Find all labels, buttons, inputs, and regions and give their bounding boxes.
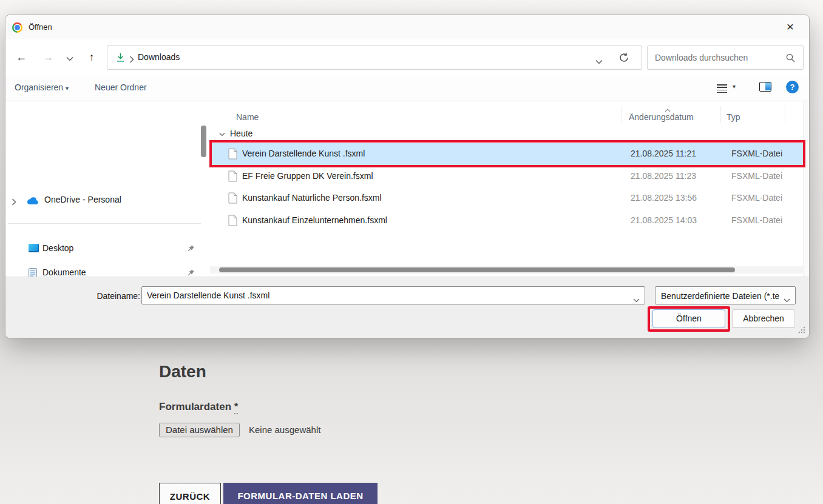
file-type: FSXML-Datei [731, 215, 782, 225]
new-folder-button[interactable]: Neuer Ordner [95, 82, 147, 92]
sidebar-item-desktop[interactable]: Desktop [5, 238, 201, 259]
file-icon [228, 170, 237, 184]
resize-grip[interactable] [798, 326, 805, 337]
file-date: 21.08.2025 14:03 [631, 215, 697, 225]
filetype-select[interactable]: Benutzerdefinierte Dateien (*.te [655, 286, 796, 304]
file-date: 21.08.2025 11:23 [631, 171, 696, 181]
filename-combobox [141, 286, 645, 304]
organize-caret-icon: ▾ [66, 85, 69, 92]
file-name: Kunstankauf Natürliche Person.fsxml [242, 193, 382, 203]
open-file-dialog: Öffnen × ← → ↑ Downloads [5, 15, 810, 338]
required-asterisk: * [234, 401, 239, 414]
file-row[interactable]: Kunstankauf Natürliche Person.fsxml 21.0… [210, 187, 803, 209]
column-separator[interactable] [785, 106, 785, 123]
view-options-caret-icon[interactable]: ▾ [733, 83, 736, 90]
column-header-type[interactable]: Typ [726, 112, 740, 122]
file-icon [228, 215, 237, 229]
recent-locations-chevron-icon[interactable] [66, 53, 73, 64]
breadcrumb[interactable]: Downloads [138, 52, 180, 62]
command-toolbar: Organisieren ▾ Neuer Ordner ▾ ? [5, 76, 809, 101]
onedrive-label: OneDrive - Personal [44, 195, 121, 204]
search-box [647, 45, 804, 70]
annotation-box-open-button [648, 306, 730, 332]
file-row[interactable]: Kunstankauf Einzelunternehmen.fsxml 21.0… [210, 210, 803, 232]
chrome-icon [12, 22, 22, 33]
dialog-title: Öffnen [29, 22, 52, 32]
dialog-footer: Dateiname: Benutzerdefinierte Dateien (*… [5, 277, 809, 338]
annotation-box-selected-row [209, 140, 805, 167]
address-bar[interactable]: Downloads [107, 45, 642, 70]
page-title: Daten [159, 362, 206, 381]
filetype-dropdown-chevron-icon [784, 294, 790, 304]
navigation-sidebar: OneDrive - Personal Desktop Dokumente [5, 101, 209, 277]
onedrive-cloud-icon [26, 197, 39, 207]
breadcrumb-chevron-icon [129, 55, 134, 66]
file-date: 21.08.2025 13:56 [631, 193, 697, 203]
group-label: Heute [230, 129, 252, 138]
choose-file-button[interactable]: Datei auswählen [159, 423, 240, 437]
filename-label: Dateiname: [92, 291, 140, 301]
file-type: FSXML-Datei [731, 171, 782, 181]
form-field-label: Formulardaten * [159, 401, 238, 413]
up-nav-button[interactable]: ↑ [83, 49, 100, 66]
organize-label: Organisieren [15, 82, 63, 92]
navigation-bar: ← → ↑ Downloads [5, 39, 809, 76]
filename-dropdown-chevron-icon[interactable] [633, 294, 640, 305]
expand-chevron-icon[interactable] [12, 197, 16, 208]
file-name: EF Freie Gruppen DK Verein.fsxml [242, 171, 373, 181]
sidebar-item-label: Desktop [42, 243, 73, 253]
file-list: Name Änderungsdatum Typ Heute Verein Dar… [210, 101, 810, 277]
address-dropdown-chevron-icon[interactable] [595, 56, 603, 67]
file-icon [228, 192, 237, 206]
sidebar-item-onedrive[interactable]: OneDrive - Personal [5, 190, 201, 210]
column-separator[interactable] [621, 106, 621, 123]
load-form-data-button[interactable]: FORMULAR-DATEN LADEN [223, 483, 378, 504]
organize-menu-button[interactable]: Organisieren ▾ [15, 82, 69, 92]
back-button[interactable]: ZURÜCK [159, 483, 221, 504]
pin-icon [186, 244, 195, 255]
form-field-label-text: Formulardaten [159, 401, 231, 412]
search-icon[interactable] [785, 53, 796, 66]
help-icon[interactable]: ? [786, 81, 799, 93]
sidebar-scrollbar[interactable] [201, 126, 206, 157]
refresh-icon[interactable] [618, 52, 629, 66]
search-input[interactable] [655, 47, 782, 69]
vertical-scrollbar-track[interactable] [803, 101, 810, 277]
column-header-name[interactable]: Name [236, 112, 259, 122]
sort-ascending-icon [665, 104, 671, 115]
file-row[interactable]: EF Freie Gruppen DK Verein.fsxml 21.08.2… [210, 166, 803, 187]
sidebar-item-label: Dokumente [42, 267, 86, 277]
horizontal-scrollbar[interactable] [219, 267, 735, 272]
filename-input[interactable] [147, 287, 620, 303]
preview-pane-icon[interactable] [759, 82, 771, 92]
details-view-icon[interactable] [717, 84, 727, 93]
cancel-button[interactable]: Abbrechen [732, 309, 795, 328]
column-separator[interactable] [720, 106, 721, 123]
forward-nav-button[interactable]: → [39, 49, 56, 66]
downloads-location-icon [115, 52, 126, 66]
column-header-date[interactable]: Änderungsdatum [629, 112, 694, 122]
sidebar-divider [8, 223, 201, 224]
dialog-titlebar[interactable]: Öffnen × [5, 15, 809, 39]
desktop-icon [29, 244, 39, 252]
group-header-heute[interactable]: Heute [219, 129, 252, 138]
no-file-text: Keine ausgewählt [249, 425, 320, 435]
file-name: Kunstankauf Einzelunternehmen.fsxml [242, 215, 387, 225]
file-type: FSXML-Datei [731, 193, 782, 203]
back-nav-button[interactable]: ← [13, 49, 30, 66]
close-icon[interactable]: × [781, 19, 799, 36]
filetype-value: Benutzerdefinierte Dateien (*.te [661, 291, 779, 301]
